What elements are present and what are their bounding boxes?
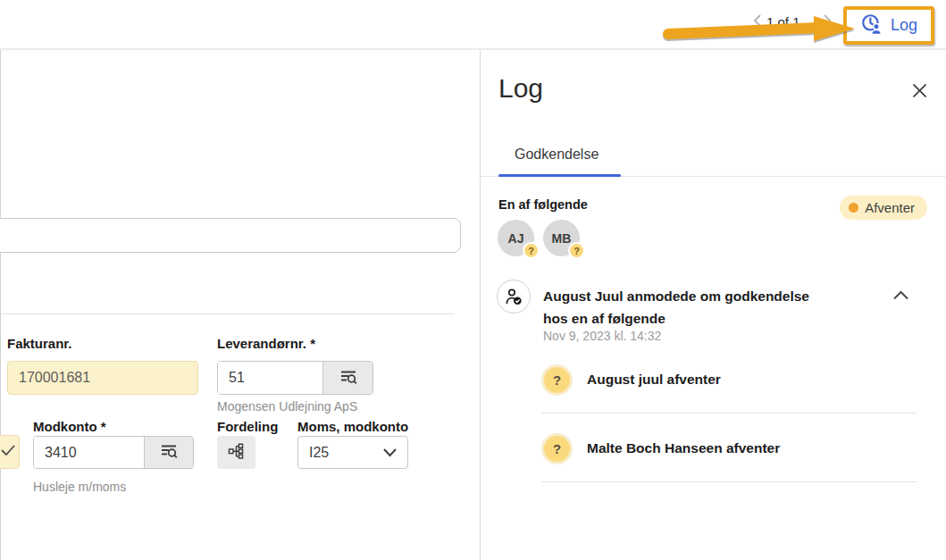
tab-active-underline	[498, 174, 621, 177]
approve-check-field-cutoff[interactable]	[0, 435, 20, 469]
log-panel: Log Godkendelse En af følgende Afventer …	[480, 50, 946, 560]
pending-status-icon: ?	[541, 433, 573, 464]
fakturanr-input[interactable]	[7, 361, 198, 395]
fordeling-label: Fordeling	[217, 419, 278, 434]
pending-question-badge: ?	[568, 242, 585, 259]
tab-godkendelse[interactable]: Godkendelse	[515, 146, 599, 163]
document-text-input[interactable]	[0, 218, 461, 253]
moms-modkonto-select[interactable]: I25	[297, 436, 408, 469]
chevron-left-icon[interactable]	[750, 13, 765, 32]
avatar-initials: MB	[552, 231, 572, 246]
chevron-right-icon[interactable]	[820, 13, 834, 32]
form-section-divider	[0, 313, 454, 314]
list-search-icon	[339, 367, 358, 389]
fakturanr-label: Fakturanr.	[7, 336, 72, 351]
leverandornr-lookup-button[interactable]	[322, 362, 373, 394]
log-entry-timestamp: Nov 9, 2023 kl. 14:32	[543, 329, 661, 343]
log-item-divider	[541, 413, 917, 414]
log-button-highlight-box: Log	[843, 6, 934, 45]
avatar-malte-boch[interactable]: MB ?	[543, 220, 580, 256]
avatar-initials: AJ	[508, 231, 524, 246]
approver-group-label: En af følgende	[498, 197, 588, 212]
log-entry-title: August Juul anmodede om godkendelse hos …	[543, 285, 856, 330]
close-icon	[911, 88, 928, 102]
leverandornr-field-group	[217, 361, 373, 395]
pane-left-border	[0, 50, 1, 560]
log-entry-title-line1: August Juul anmodede om godkendelse	[543, 288, 809, 304]
modkonto-helper: Husleje m/moms	[33, 480, 126, 494]
log-item-text: Malte Boch Hanseen afventer	[587, 440, 780, 456]
moms-modkonto-value: I25	[309, 445, 329, 461]
chevron-up-icon	[893, 289, 908, 303]
invoice-form-pane: Fakturanr. Leverandørnr. * Mogensen Udle…	[0, 50, 480, 560]
leverandornr-input[interactable]	[218, 362, 322, 394]
app-window: 1 of 1 Log	[0, 0, 946, 560]
list-search-icon	[159, 441, 179, 464]
log-button[interactable]: Log	[860, 13, 917, 38]
leverandornr-label: Leverandørnr. *	[217, 336, 315, 351]
history-log-icon	[860, 13, 883, 38]
modkonto-input[interactable]	[34, 437, 144, 468]
log-item-divider	[541, 481, 917, 482]
status-dot-icon	[849, 203, 858, 213]
checkmark-icon	[1, 444, 15, 460]
topbar: 1 of 1 Log	[0, 0, 946, 50]
chevron-down-icon	[383, 445, 397, 461]
pagination-label: 1 of 1	[766, 14, 800, 29]
modkonto-label: Modkonto *	[33, 419, 106, 434]
approval-request-icon	[497, 280, 531, 313]
log-entry-title-line2: hos en af følgende	[543, 311, 666, 326]
modkonto-field-group	[33, 436, 194, 469]
moms-modkonto-label: Moms, modkonto	[297, 419, 408, 434]
log-button-label: Log	[891, 16, 917, 35]
log-item-text: August juul afventer	[587, 372, 721, 388]
status-badge: Afventer	[840, 196, 927, 220]
avatar-august-juul[interactable]: AJ ?	[498, 220, 534, 256]
pending-status-icon: ?	[541, 364, 573, 396]
fordeling-button[interactable]	[217, 436, 255, 469]
pending-question-badge: ?	[523, 242, 540, 259]
close-panel-button[interactable]	[911, 82, 928, 102]
status-badge-label: Afventer	[865, 200, 915, 215]
distribution-tree-icon	[227, 441, 247, 464]
log-panel-title: Log	[498, 73, 543, 104]
leverandornr-helper: Mogensen Udlejning ApS	[217, 399, 357, 414]
collapse-entry-button[interactable]	[893, 289, 908, 303]
modkonto-lookup-button[interactable]	[144, 437, 193, 468]
